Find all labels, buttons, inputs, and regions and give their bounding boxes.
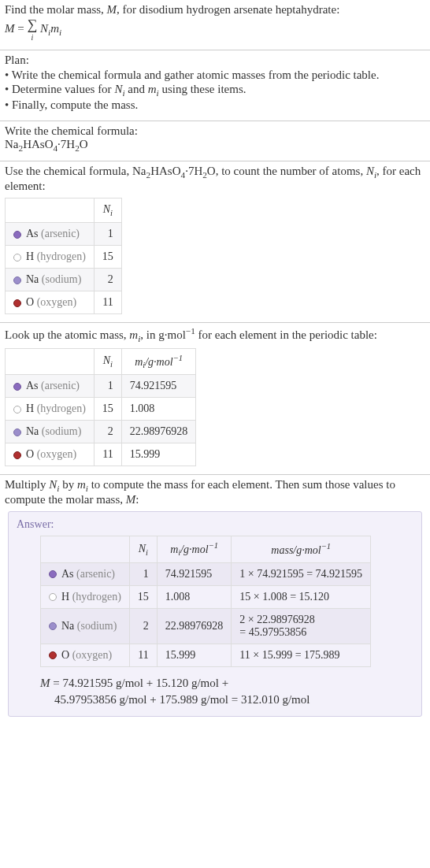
element-symbol: As	[61, 568, 74, 580]
var-mi: m	[148, 83, 157, 95]
text: HAsO	[150, 165, 180, 177]
element-dot-icon	[13, 383, 21, 391]
text: Na	[5, 138, 19, 150]
text: Na	[132, 165, 146, 177]
element-symbol: H	[26, 402, 34, 414]
var-M: M	[40, 677, 50, 689]
element-dot-icon	[13, 231, 21, 239]
text: Use the chemical formula,	[5, 165, 132, 177]
element-dot-icon	[13, 428, 21, 436]
element-dot-icon	[13, 276, 21, 284]
element-symbol: Na	[26, 425, 39, 437]
element-name: (sodium)	[39, 273, 81, 285]
col-element	[41, 536, 130, 562]
table-row: As (arsenic) 1	[6, 222, 122, 245]
element-dot-icon	[49, 651, 57, 659]
plan-item-1: • Write the chemical formula and gather …	[5, 69, 425, 82]
text: Find the molar mass,	[5, 3, 107, 16]
element-name: (arsenic)	[74, 568, 115, 580]
element-symbol: As	[26, 228, 39, 239]
write-formula-section: Write the chemical formula: Na2HAsO4·7H2…	[0, 121, 430, 161]
table-header-row: Ni mi/g·mol−1	[6, 348, 196, 374]
col-Ni: Ni	[94, 348, 121, 374]
table-row: Na (sodium) 2	[6, 268, 122, 291]
text: , in g·mol	[140, 328, 186, 341]
col-mass: mass/g·mol−1	[232, 536, 371, 562]
cell-value: 1	[129, 562, 157, 585]
element-name: (arsenic)	[39, 380, 80, 391]
element-symbol: As	[26, 380, 39, 391]
superscript: −1	[186, 326, 195, 336]
text: ·7H	[57, 138, 75, 150]
eq-equals: =	[15, 22, 28, 35]
col-mi: mi/g·mol−1	[157, 536, 232, 562]
element-symbol: O	[61, 649, 69, 661]
molar-mass-equation: M = ∑i Nimi	[5, 18, 425, 42]
final-equation: M = 74.921595 g/mol + 15.120 g/mol + 45.…	[40, 675, 402, 708]
table-row: Na (sodium) 2 22.98976928	[6, 421, 196, 443]
table-row: As (arsenic) 1 74.921595	[6, 375, 196, 398]
table-row: As (arsenic) 1 74.921595 1 × 74.921595 =…	[41, 562, 371, 585]
element-symbol: H	[26, 250, 34, 262]
element-symbol: Na	[61, 620, 74, 632]
answer-section: Multiply Ni by mi to compute the mass fo…	[0, 475, 430, 730]
element-symbol: O	[26, 296, 34, 308]
col-element	[6, 198, 95, 223]
answer-box: Answer: Ni mi/g·mol−1 mass/g·mol−1 As (a…	[8, 511, 422, 716]
table-header-row: Ni mi/g·mol−1 mass/g·mol−1	[41, 536, 371, 562]
plan-section: Plan: • Write the chemical formula and g…	[0, 50, 430, 121]
element-dot-icon	[49, 570, 57, 578]
table-row: H (hydrogen) 15 1.008	[6, 398, 196, 421]
cell-value: 2	[129, 608, 157, 644]
cell-value: 15 × 1.008 = 15.120	[232, 585, 371, 608]
cell-value: 15.999	[157, 644, 232, 666]
write-formula-heading: Write the chemical formula:	[5, 124, 425, 138]
answer-table: Ni mi/g·mol−1 mass/g·mol−1 As (arsenic) …	[40, 536, 371, 666]
lookup-section: Look up the atomic mass, mi, in g·mol−1 …	[0, 323, 430, 475]
element-symbol: O	[26, 448, 34, 460]
element-name: (oxygen)	[69, 649, 112, 661]
var-Ni: N	[40, 22, 48, 35]
var-mi: m	[50, 22, 59, 35]
text: , for disodium hydrogen arsenate heptahy…	[117, 3, 339, 16]
text: = 74.921595 g/mol + 15.120 g/mol +	[50, 677, 229, 689]
cell-value: 1	[94, 375, 121, 398]
var-Ni: N	[366, 165, 374, 177]
table-row: H (hydrogen) 15	[6, 245, 122, 268]
cell-value: 11 × 15.999 = 175.989	[232, 644, 371, 666]
text: • Determine values for	[5, 83, 114, 95]
plan-heading: Plan:	[5, 54, 425, 67]
intro-line1: Find the molar mass, M, for disodium hyd…	[5, 3, 425, 17]
cell-value: 2 × 22.98976928= 45.97953856	[232, 608, 371, 644]
element-name: (sodium)	[39, 425, 81, 437]
plan-item-2: • Determine values for Ni and mi using t…	[5, 83, 425, 98]
lookup-text: Look up the atomic mass, mi, in g·mol−1 …	[5, 326, 425, 343]
cell-value: 74.921595	[157, 562, 232, 585]
text: O	[207, 165, 216, 177]
element-dot-icon	[13, 254, 21, 262]
table-header-row: Ni	[6, 198, 122, 223]
col-Ni: Ni	[94, 198, 121, 223]
text: ·7H	[185, 165, 202, 177]
cell-value: 11	[94, 291, 121, 313]
table-row: O (oxygen) 11 15.999 11 × 15.999 = 175.9…	[41, 644, 371, 666]
cell-value: 22.98976928	[157, 608, 232, 644]
element-dot-icon	[49, 593, 57, 601]
atom-count-table: Ni As (arsenic) 1 H (hydrogen) 15 Na (so…	[5, 198, 122, 314]
text: :	[135, 493, 139, 506]
eq-M: M	[5, 22, 15, 35]
var-Ni: N	[114, 83, 122, 95]
sigma-icon: ∑	[27, 17, 37, 32]
element-dot-icon	[13, 451, 21, 459]
col-element	[6, 348, 95, 374]
element-name: (hydrogen)	[34, 250, 86, 262]
table-row: O (oxygen) 11 15.999	[6, 443, 196, 466]
text: for each element in the periodic table:	[195, 328, 377, 341]
intro-section: Find the molar mass, M, for disodium hyd…	[0, 0, 430, 50]
text: Multiply	[5, 478, 49, 491]
cell-value: 15	[94, 245, 121, 268]
col-mi: mi/g·mol−1	[121, 348, 196, 374]
element-symbol: H	[61, 591, 69, 603]
sum-index: i	[32, 33, 34, 42]
table-row: Na (sodium) 2 22.98976928 2 × 22.9897692…	[41, 608, 371, 644]
